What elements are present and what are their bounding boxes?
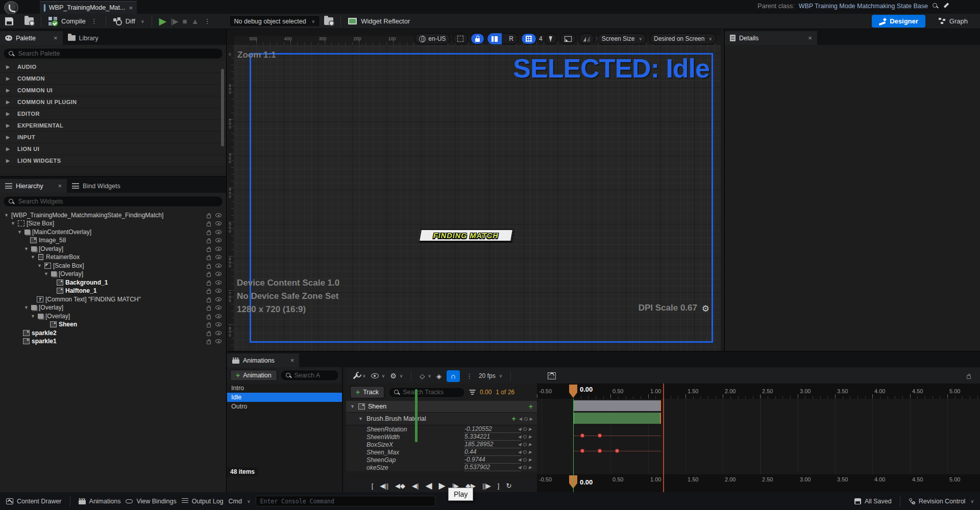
keyframe-nav[interactable]: ◀▶ [518, 450, 532, 454]
tree-row-sparkle2[interactable]: sparkle2 [0, 329, 227, 337]
step-back-button[interactable]: ◀| [412, 482, 419, 490]
curve-editor-button[interactable] [548, 372, 556, 379]
chevron-right-icon[interactable]: ▶ [6, 76, 11, 81]
jump-to-start-button[interactable]: [ [372, 482, 374, 490]
keyframe-options-dropdown[interactable]: ◇∨ [420, 372, 431, 380]
lock-icon[interactable] [207, 290, 211, 294]
tree-row-halftone-1[interactable]: Halftone_1 [0, 287, 227, 295]
chevron-down-icon[interactable]: ▼ [350, 404, 355, 409]
tree-row-overlay-1[interactable]: ▼[Overlay] [0, 245, 227, 253]
designer-mode-button[interactable]: Designer [872, 15, 925, 28]
eye-icon[interactable] [215, 238, 222, 242]
animation-search[interactable] [280, 370, 339, 381]
chevron-right-icon[interactable]: ▶ [6, 99, 11, 105]
animation-item-idle[interactable]: Idle [227, 393, 342, 402]
property-value[interactable]: 185.28952 [464, 441, 521, 448]
track-row-sheenwidth[interactable]: SheenWidth5.334221◀▶ [346, 433, 537, 441]
keyframe-dot[interactable] [580, 434, 585, 438]
eye-icon[interactable] [215, 322, 222, 326]
palette-category-audio[interactable]: ▶AUDIO [0, 61, 226, 73]
tab-palette[interactable]: Palette × [0, 31, 63, 45]
chevron-down-icon[interactable]: ▼ [17, 230, 22, 235]
fill-rule-dropdown[interactable]: Desired on Screen∨ [649, 33, 717, 44]
snapping-toggle[interactable]: ∩ [447, 370, 460, 382]
eye-icon[interactable] [215, 272, 222, 276]
widget-reflector-button[interactable]: Widget Reflector [361, 17, 410, 25]
widget-reflector-icon[interactable] [348, 18, 357, 24]
fps-dropdown[interactable]: 20 fps∨ [479, 372, 502, 379]
flip-preview-toggle[interactable] [579, 33, 595, 44]
tree-row-scale-box[interactable]: ▼[Scale Box] [0, 262, 227, 270]
palette-category-input[interactable]: ▶INPUT [0, 132, 226, 143]
chevron-down-icon[interactable]: ∨ [141, 19, 144, 24]
compile-icon[interactable] [48, 17, 57, 26]
add-parameter-icon[interactable]: + [512, 415, 516, 423]
parent-class-value[interactable]: WBP Training Mode Matchmaking State Base [799, 3, 928, 10]
eye-icon[interactable] [215, 255, 222, 259]
keyframe-nav[interactable]: ◀▶ [518, 457, 532, 462]
eject-button[interactable]: ▲ [191, 17, 199, 26]
eye-icon[interactable] [215, 213, 222, 217]
track-subgroup-material[interactable]: ▼ Brush.Brush Material + ◀▶ [346, 413, 537, 425]
playhead-line[interactable] [573, 399, 574, 493]
unreal-logo-icon[interactable] [4, 1, 18, 14]
palette-category-lion-widgets[interactable]: ▶LION WIDGETS [0, 155, 226, 167]
tab-hierarchy[interactable]: Hierarchy × [0, 179, 67, 193]
track-group-sheen[interactable]: ▼ Sheen + [346, 401, 537, 413]
property-value[interactable]: 0.44 [464, 448, 521, 456]
tree-row-root[interactable]: ▼[WBP_TrainingMode_MatchmakingState_Find… [0, 211, 227, 219]
timeline-track-area[interactable] [537, 399, 980, 474]
lock-icon[interactable] [207, 273, 211, 277]
compile-options-icon[interactable]: ⋮ [90, 17, 99, 25]
hierarchy-search-input[interactable] [18, 198, 218, 205]
asset-tab[interactable]: WBP_TrainingMode_Mat... × [40, 1, 137, 14]
close-icon[interactable]: × [129, 4, 133, 12]
outline-toggle[interactable] [453, 33, 468, 44]
sequence-end-line[interactable] [663, 384, 664, 493]
layout-mode-toggle[interactable]: R [487, 33, 519, 44]
hierarchy-search[interactable] [3, 196, 223, 207]
palette-category-lion-ui[interactable]: ▶LION UI [0, 143, 226, 155]
tab-library[interactable]: Library [63, 31, 104, 45]
debug-object-dropdown[interactable]: No debug object selected ∨ [229, 15, 321, 27]
lock-icon[interactable] [207, 248, 211, 252]
eye-icon[interactable] [215, 221, 222, 225]
diff-icon[interactable] [113, 17, 121, 26]
cmd-dropdown[interactable]: Cmd ∨ [229, 498, 251, 505]
preview-background-toggle[interactable] [560, 33, 576, 44]
grid-snap-size[interactable]: 4 [539, 35, 543, 42]
chevron-right-icon[interactable]: ▶ [6, 123, 11, 128]
eye-icon[interactable] [215, 247, 222, 251]
step-forward-frame-button[interactable]: ||▶ [482, 482, 491, 490]
respect-locks-toggle[interactable]: R [504, 35, 518, 42]
animation-item-intro[interactable]: Intro [227, 384, 342, 393]
keyframe-nav[interactable]: ◀▶ [519, 417, 533, 421]
chevron-down-icon[interactable]: ▼ [4, 213, 9, 218]
designer-viewport[interactable]: 500 400 300 200 100 0 100 200 300 400 50… [227, 29, 721, 351]
tab-bind-widgets[interactable]: Bind Widgets [67, 179, 126, 193]
keyframe-dot[interactable] [580, 449, 585, 453]
chevron-down-icon[interactable]: ▼ [24, 305, 29, 310]
palette-category-common-ui-plugin[interactable]: ▶COMMON UI PLUGIN [0, 96, 226, 108]
add-animation-button[interactable]: + Animation [230, 370, 277, 381]
playback-options-dropdown[interactable]: ⚙∨ [390, 372, 403, 380]
lock-toggle[interactable] [471, 33, 484, 44]
gear-icon[interactable]: ⚙ [702, 303, 709, 314]
edit-parent-class-icon[interactable] [943, 3, 949, 9]
tree-row-overlay-2[interactable]: ▼[Overlay] [0, 270, 227, 278]
tab-details[interactable]: Details × [725, 31, 817, 45]
auto-key-toggle[interactable]: ◈ [436, 372, 442, 380]
grid-snap-toggle[interactable] [521, 33, 536, 44]
timeline-ruler-bottom[interactable]: -0.50 0.50 1.00 1.50 2.00 2.50 3.00 3.50… [537, 474, 980, 493]
animation-search-input[interactable] [294, 372, 334, 379]
lock-icon[interactable] [967, 375, 971, 379]
close-icon[interactable]: × [58, 182, 62, 190]
play-reverse-button[interactable]: ◀ [425, 480, 432, 491]
search-icon[interactable] [932, 3, 939, 9]
lock-icon[interactable] [207, 215, 211, 218]
tree-row-common-text[interactable]: T[Common Text] "FINDING MATCH" [0, 295, 227, 303]
timeline-ruler-top[interactable]: -0.50 0.50 1.00 1.50 2.00 2.50 3.00 3.50… [537, 384, 980, 399]
close-icon[interactable]: × [290, 356, 295, 364]
lock-icon[interactable] [207, 232, 211, 235]
keyframe-dot[interactable] [598, 434, 602, 438]
